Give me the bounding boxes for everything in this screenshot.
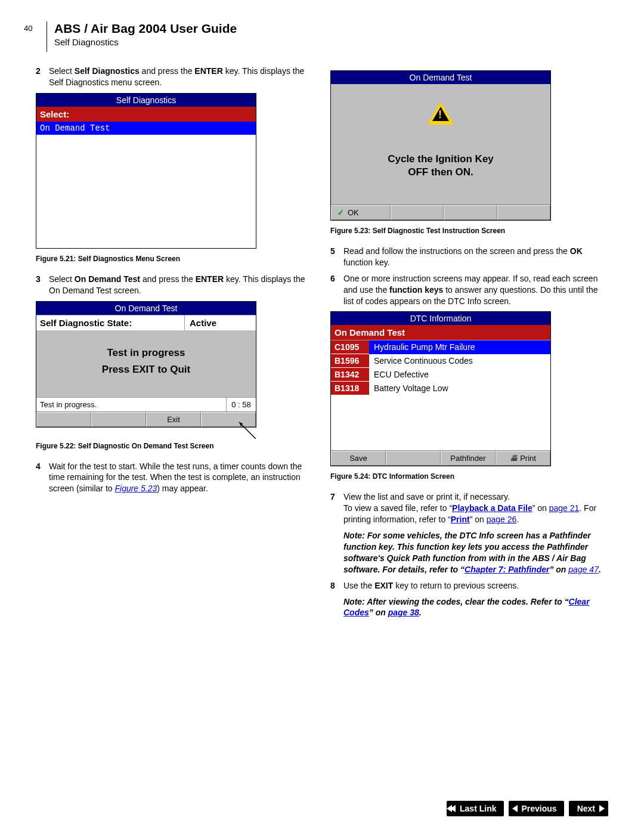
link-chapter-7-pathfinder[interactable]: Chapter 7: Pathfinder <box>465 565 549 574</box>
step-text: Select Self Diagnostics and press the EN… <box>49 66 314 88</box>
dtc-desc: Service Continuous Codes <box>369 354 550 368</box>
step-2: 2 Select Self Diagnostics and press the … <box>36 66 314 88</box>
footer-msg: Test in progress. <box>36 398 226 411</box>
save-button[interactable]: Save <box>331 451 386 466</box>
fn-button-2[interactable]: . <box>391 205 444 220</box>
pathfinder-button[interactable]: Pathfinder <box>441 451 496 466</box>
menu-item-on-demand-test[interactable]: On Demand Test <box>36 122 256 135</box>
t: ” on <box>470 515 487 524</box>
label: Previous <box>522 804 557 813</box>
right-column: On Demand Test Cycle the Ignition Key OF… <box>330 66 608 623</box>
note-clear-codes: Note: After viewing the codes, clear the… <box>330 596 608 619</box>
fig-5-21-screen: Self Diagnostics Select: On Demand Test <box>36 93 256 249</box>
link-page-47[interactable]: page 47 <box>568 565 599 574</box>
step-text: Wait for the test to start. While the te… <box>49 461 314 495</box>
line2: Press EXIT to Quit <box>36 364 256 376</box>
t: Use the <box>343 581 374 590</box>
step-text: One or more instruction screens may appe… <box>343 273 608 307</box>
dtc-code: B1596 <box>331 354 369 368</box>
msg-line2: OFF then ON. <box>331 166 550 178</box>
line1: Test in progress <box>36 347 256 359</box>
fn-button-3[interactable]: . <box>444 205 497 220</box>
instruction-body: Cycle the Ignition Key OFF then ON. <box>331 84 550 205</box>
button-row: ✓OK . . . <box>331 205 550 220</box>
step-text: Read and follow the instructions on the … <box>343 246 608 268</box>
fn-button-4[interactable]: . <box>497 205 551 220</box>
state-value: Active <box>184 315 256 330</box>
test-message: Test in progress Press EXIT to Quit <box>36 330 256 397</box>
left-column: 2 Select Self Diagnostics and press the … <box>36 66 314 623</box>
dtc-code: B1318 <box>331 382 369 395</box>
step-7: 7 View the list and save or print it, if… <box>330 491 608 525</box>
device-title: On Demand Test <box>331 71 550 84</box>
dtc-row[interactable]: B1318Battery Voltage Low <box>331 382 550 395</box>
step-8: 8 Use the EXIT key to return to previous… <box>330 580 608 592</box>
step-number: 6 <box>330 273 343 307</box>
link-playback-data-file[interactable]: Playback a Data File <box>452 503 532 513</box>
page-number: 40 <box>24 24 32 33</box>
label: Next <box>577 804 595 813</box>
t: . <box>419 608 422 617</box>
dtc-row[interactable]: B1596Service Continuous Codes <box>331 354 550 368</box>
t: On Demand Test <box>75 274 140 284</box>
fig-5-24-screen: DTC Information On Demand Test C1095Hydr… <box>330 311 551 466</box>
empty-area <box>331 395 550 450</box>
step-text: Use the EXIT key to return to previous s… <box>343 580 519 592</box>
t: Select <box>49 66 75 76</box>
footer-time: 0 : 58 <box>226 398 256 411</box>
t: and press the <box>140 274 196 284</box>
select-header: Select: <box>36 107 256 122</box>
check-icon: ✓ <box>338 208 344 217</box>
nav-footer: Last Link Previous Next <box>447 801 608 816</box>
step-number: 8 <box>330 580 343 592</box>
exit-button[interactable]: Exit <box>146 412 201 427</box>
link-page-38[interactable]: page 38 <box>388 608 419 617</box>
t: EXIT <box>374 581 393 590</box>
fn-button-2[interactable]: . <box>91 412 146 427</box>
next-button[interactable]: Next <box>569 801 608 816</box>
t: ” on <box>532 503 549 513</box>
t: ENTER <box>194 66 222 76</box>
link-fig-5-23[interactable]: Figure 5.23 <box>114 484 157 493</box>
step-number: 3 <box>36 274 49 296</box>
dtc-row[interactable]: C1095Hydraulic Pump Mtr Failure <box>331 340 550 354</box>
fn-button-1[interactable]: . <box>36 412 91 427</box>
dtc-desc: ECU Defective <box>369 368 550 382</box>
dtc-code: C1095 <box>331 340 369 354</box>
t: . <box>599 565 601 574</box>
step-4: 4 Wait for the test to start. While the … <box>36 461 314 495</box>
warning-icon <box>428 102 454 125</box>
fn-button-2[interactable]: . <box>386 451 441 466</box>
fig-5-24-caption: Figure 5.24: DTC Information Screen <box>330 472 608 481</box>
dtc-code: B1342 <box>331 368 369 382</box>
device-title: On Demand Test <box>36 302 256 315</box>
footer-status: Test in progress. 0 : 58 <box>36 397 256 411</box>
t: Read and follow the instructions on the … <box>343 246 570 256</box>
page-subtitle: Self Diagnostics <box>54 37 237 47</box>
step-6: 6 One or more instruction screens may ap… <box>330 273 608 307</box>
t: To view a saved file, refer to “ <box>343 503 452 513</box>
note-text: Note: After viewing the codes, clear the… <box>343 596 608 619</box>
label: Last Link <box>460 804 496 813</box>
device-title: DTC Information <box>331 312 550 325</box>
link-print[interactable]: Print <box>451 515 470 524</box>
print-label: Print <box>520 454 536 463</box>
step-number: 4 <box>36 461 49 495</box>
page-header: ABS / Air Bag 2004 User Guide Self Diagn… <box>47 21 237 52</box>
dtc-row[interactable]: B1342ECU Defective <box>331 368 550 382</box>
t: ” on <box>549 565 568 574</box>
step-number: 7 <box>330 491 343 525</box>
ok-label: OK <box>348 208 359 217</box>
print-button[interactable]: 🖶Print <box>496 451 550 466</box>
link-page-26[interactable]: page 26 <box>487 515 517 524</box>
fn-button-4[interactable]: . <box>201 412 256 427</box>
fig-5-21-caption: Figure 5.21: Self Diagnostics Menu Scree… <box>36 255 314 263</box>
step-number: 2 <box>36 66 49 88</box>
step-text: Select On Demand Test and press the ENTE… <box>49 274 314 296</box>
state-label: Self Diagnostic State: <box>36 315 184 330</box>
ok-button[interactable]: ✓OK <box>331 205 391 220</box>
t: key to return to previous screens. <box>393 581 519 590</box>
last-link-button[interactable]: Last Link <box>447 801 503 816</box>
previous-button[interactable]: Previous <box>509 801 564 816</box>
link-page-21[interactable]: page 21 <box>549 503 580 513</box>
